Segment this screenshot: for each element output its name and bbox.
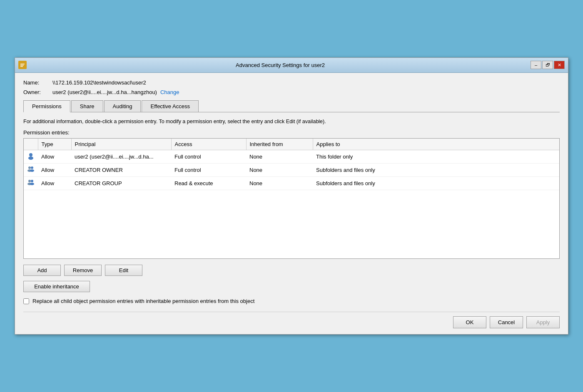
permissions-table: Type Principal Access Inherited from App… <box>24 139 559 190</box>
description-text: For additional information, double-click… <box>23 118 560 126</box>
row-inherited-from: None <box>246 150 313 164</box>
title-bar: Advanced Security Settings for user2 – 🗗… <box>15 58 568 73</box>
row-applies-to: This folder only <box>313 150 559 164</box>
tab-effective-access[interactable]: Effective Access <box>142 100 198 112</box>
minimize-button[interactable]: – <box>531 61 541 69</box>
action-buttons-row: Add Remove Edit <box>23 265 560 276</box>
add-button[interactable]: Add <box>23 265 61 276</box>
tab-content: For additional information, double-click… <box>23 112 560 305</box>
svg-point-12 <box>31 180 33 182</box>
row-access: Read & execute <box>171 177 246 190</box>
svg-point-5 <box>28 156 33 160</box>
svg-point-8 <box>31 166 33 169</box>
row-access: Full control <box>171 164 246 177</box>
dialog-footer: OK Cancel Apply <box>23 312 560 328</box>
replace-permissions-checkbox[interactable] <box>23 298 29 304</box>
tab-permissions[interactable]: Permissions <box>23 100 70 112</box>
name-row: Name: \\172.16.159.102\testwindowsacl\us… <box>23 79 560 86</box>
table-row[interactable]: Allowuser2 (user2@ii....ei....jw...d.ha.… <box>24 150 559 164</box>
tab-share[interactable]: Share <box>71 100 103 112</box>
edit-button[interactable]: Edit <box>105 265 142 276</box>
ok-button[interactable]: OK <box>453 316 486 328</box>
window-title: Advanced Security Settings for user2 <box>30 62 531 68</box>
col-access-header: Access <box>171 139 246 150</box>
owner-label: Owner: <box>23 89 52 95</box>
row-principal: CREATOR GROUP <box>71 177 171 190</box>
inheritance-button-row: Enable inheritance <box>23 281 560 292</box>
svg-rect-3 <box>20 66 23 67</box>
row-type: Allow <box>38 150 71 164</box>
col-principal-header: Principal <box>71 139 171 150</box>
row-principal: CREATOR OWNER <box>71 164 171 177</box>
row-type: Allow <box>38 177 71 190</box>
row-inherited-from: None <box>246 164 313 177</box>
svg-point-6 <box>28 166 31 169</box>
remove-button[interactable]: Remove <box>64 265 102 276</box>
window-controls: – 🗗 ✕ <box>531 61 565 69</box>
col-icon-header <box>24 139 38 150</box>
row-principal: user2 (user2@ii....ei....jw...d.ha... <box>71 150 171 164</box>
window-body: Name: \\172.16.159.102\testwindowsacl\us… <box>15 73 568 335</box>
row-icon <box>24 164 38 177</box>
row-applies-to: Subfolders and files only <box>313 164 559 177</box>
tabs-container: Permissions Share Auditing Effective Acc… <box>23 100 560 112</box>
name-value: \\172.16.159.102\testwindowsacl\user2 <box>52 79 146 86</box>
row-inherited-from: None <box>246 177 313 190</box>
row-type: Allow <box>38 164 71 177</box>
maximize-button[interactable]: 🗗 <box>542 61 553 69</box>
table-row[interactable]: AllowCREATOR OWNERFull controlNoneSubfol… <box>24 164 559 177</box>
col-inherited-header: Inherited from <box>246 139 313 150</box>
section-label: Permission entries: <box>23 129 560 136</box>
replace-permissions-label: Replace all child object permission entr… <box>32 298 254 304</box>
close-button[interactable]: ✕ <box>554 61 565 69</box>
col-type-header: Type <box>38 139 71 150</box>
main-window: Advanced Security Settings for user2 – 🗗… <box>15 57 568 335</box>
cancel-button[interactable]: Cancel <box>490 316 523 328</box>
row-applies-to: Subfolders and files only <box>313 177 559 190</box>
svg-rect-2 <box>20 65 24 66</box>
apply-button[interactable]: Apply <box>526 316 560 328</box>
row-icon <box>24 177 38 190</box>
svg-point-4 <box>29 153 32 156</box>
enable-inheritance-button[interactable]: Enable inheritance <box>23 281 90 292</box>
owner-value: user2 (user2@ii....ei....jw...d.ha...han… <box>52 89 157 95</box>
tab-auditing[interactable]: Auditing <box>104 100 141 112</box>
name-label: Name: <box>23 79 52 86</box>
permissions-table-container: Type Principal Access Inherited from App… <box>23 138 560 259</box>
svg-point-9 <box>30 169 34 172</box>
svg-rect-1 <box>20 64 25 65</box>
table-row[interactable]: AllowCREATOR GROUPRead & executeNoneSubf… <box>24 177 559 190</box>
owner-row: Owner: user2 (user2@ii....ei....jw...d.h… <box>23 89 560 95</box>
row-access: Full control <box>171 150 246 164</box>
row-icon <box>24 150 38 164</box>
window-icon <box>18 61 27 69</box>
svg-point-13 <box>30 183 34 185</box>
replace-permissions-row: Replace all child object permission entr… <box>23 298 560 304</box>
svg-point-10 <box>28 180 31 182</box>
change-link[interactable]: Change <box>160 89 179 95</box>
col-applies-header: Applies to <box>313 139 559 150</box>
